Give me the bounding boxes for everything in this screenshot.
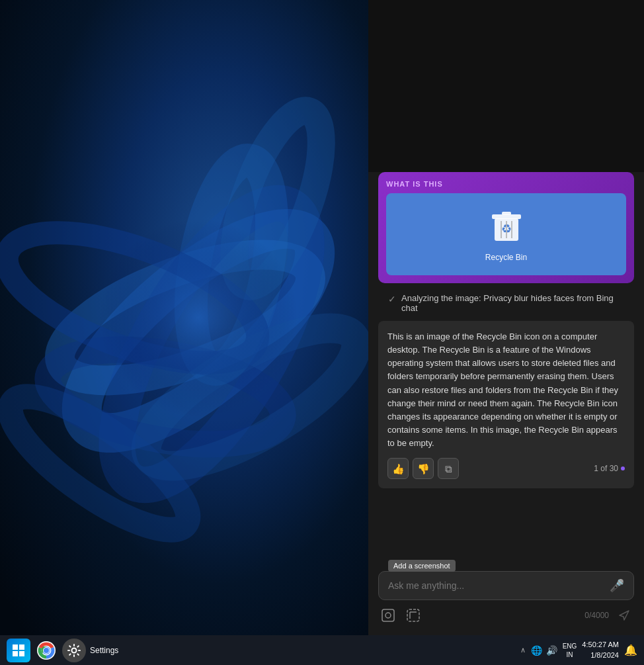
svg-rect-25 (13, 651, 18, 656)
analysis-text: Analyzing the image: Privacy blur hides … (401, 293, 624, 313)
input-bottom-bar: 0/4000 (378, 605, 634, 625)
taskbar-clock[interactable]: 4:50:27 AM 1/8/2024 (582, 640, 619, 660)
svg-rect-13 (502, 212, 511, 215)
svg-rect-18 (382, 609, 394, 621)
chat-panel: WHAT IS THIS ♻ Recycle Bin (368, 0, 644, 635)
svg-rect-12 (492, 214, 521, 219)
region-text: IN (563, 650, 577, 659)
thumbs-up-button[interactable]: 👍 (387, 458, 409, 479)
settings-taskbar-label: Settings (90, 646, 118, 655)
svg-point-10 (99, 218, 298, 417)
time-display: 4:50:27 AM (582, 640, 619, 650)
start-button[interactable] (7, 639, 30, 662)
desktop-wallpaper (0, 0, 368, 635)
taskbar-right: ∧ 🌐 🔊 ENG IN 4:50:27 AM 1/8/2024 🔔 (520, 640, 637, 660)
page-dot (621, 466, 625, 470)
card-label: WHAT IS THIS (386, 180, 626, 188)
screenshot-button[interactable] (378, 605, 398, 625)
screenshot-tooltip: Add a screenshot (388, 560, 456, 572)
send-button[interactable] (614, 605, 634, 625)
settings-taskbar-icon[interactable] (62, 639, 86, 662)
response-actions: 👍 👎 ⧉ 1 of 30 (387, 458, 625, 479)
mic-icon[interactable]: 🎤 (610, 578, 624, 593)
copy-button[interactable]: ⧉ (438, 458, 459, 479)
thumbs-down-button[interactable]: 👎 (413, 458, 434, 479)
volume-icon[interactable]: 🔊 (546, 645, 557, 656)
what-is-this-card: WHAT IS THIS ♻ Recycle Bin (378, 172, 634, 283)
input-box: Ask me anything... Add a screenshot 🎤 (378, 571, 634, 600)
taskbar-chevron-button[interactable]: ∧ (520, 646, 526, 654)
page-count: 1 of 30 (594, 463, 625, 475)
page-label: 1 of 30 (594, 463, 618, 475)
check-icon: ✓ (388, 294, 396, 304)
char-count: 0/4000 (584, 611, 609, 620)
svg-rect-23 (13, 644, 18, 650)
crop-screenshot-button[interactable] (403, 605, 423, 625)
response-box: This is an image of the Recycle Bin icon… (378, 321, 634, 488)
chat-top-area (368, 0, 644, 172)
chrome-taskbar-icon[interactable] (34, 639, 58, 662)
notification-icon[interactable]: 🔔 (624, 644, 637, 656)
svg-point-19 (385, 613, 391, 618)
response-text: This is an image of the Recycle Bin icon… (387, 330, 625, 450)
svg-rect-20 (407, 609, 419, 621)
recycle-bin-preview: ♻ Recycle Bin (386, 193, 626, 275)
recycle-bin-label: Recycle Bin (485, 253, 527, 262)
taskbar: Settings ∧ 🌐 🔊 ENG IN 4:50:27 AM 1/8/202… (0, 635, 644, 665)
language-indicator[interactable]: ENG IN (563, 642, 577, 659)
chat-content: ✓ Analyzing the image: Privacy blur hide… (368, 283, 644, 564)
network-icon[interactable]: 🌐 (531, 645, 542, 656)
svg-point-32 (72, 648, 77, 652)
input-placeholder[interactable]: Ask me anything... (388, 580, 464, 591)
svg-rect-24 (19, 644, 24, 650)
recycle-bin-icon: ♻ (490, 206, 523, 247)
svg-rect-26 (19, 651, 24, 656)
svg-point-31 (44, 648, 49, 653)
analysis-status: ✓ Analyzing the image: Privacy blur hide… (378, 293, 634, 313)
language-text: ENG (563, 642, 577, 650)
chat-input-area: Ask me anything... Add a screenshot 🎤 0/… (368, 564, 644, 635)
date-display: 1/8/2024 (590, 650, 619, 660)
system-icons-group: 🌐 🔊 (531, 645, 557, 656)
